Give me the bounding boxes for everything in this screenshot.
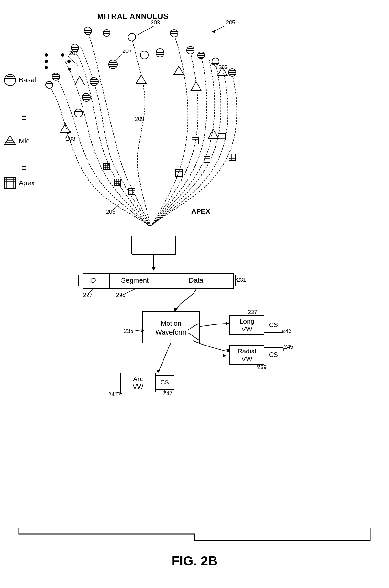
ref-237: 237 <box>248 309 257 315</box>
svg-rect-109 <box>229 154 235 160</box>
svg-marker-10 <box>4 136 16 144</box>
ref-241: 241 <box>108 391 118 398</box>
table-id-header: ID <box>89 276 96 284</box>
basal-label: Basal <box>19 76 36 84</box>
svg-rect-99 <box>204 156 210 163</box>
svg-rect-114 <box>104 163 110 170</box>
ref-203-left: 203 <box>66 136 75 142</box>
fig-label: FIG. 2B <box>171 553 217 568</box>
motion-waveform-label-line1: Motion <box>161 319 181 327</box>
ref-231: 231 <box>237 277 246 283</box>
svg-marker-195 <box>223 354 226 357</box>
svg-marker-88 <box>191 82 201 90</box>
ref-245: 245 <box>284 344 293 350</box>
ref-229: 229 <box>116 292 125 298</box>
ref-205-bottom: 205 <box>106 209 115 215</box>
table-data-header: Data <box>189 276 204 284</box>
ref-239: 239 <box>257 364 267 370</box>
svg-marker-180 <box>174 308 178 312</box>
ref-209: 209 <box>135 116 144 122</box>
svg-point-129 <box>45 53 48 57</box>
svg-rect-181 <box>143 312 199 343</box>
svg-marker-83 <box>75 76 85 85</box>
svg-marker-87 <box>174 66 184 75</box>
ref-235: 235 <box>124 328 133 334</box>
long-vw-cs-label: CS <box>269 321 278 328</box>
radial-vw-label-line1: Radial <box>237 347 256 355</box>
svg-point-134 <box>68 68 71 71</box>
mid-label: Mid <box>19 137 30 145</box>
svg-line-182 <box>132 330 143 331</box>
svg-marker-2 <box>212 30 215 33</box>
radial-vw-cs-label: CS <box>269 351 278 358</box>
svg-marker-186 <box>156 370 161 373</box>
apex-label: Apex <box>19 179 35 187</box>
svg-point-133 <box>67 60 71 63</box>
svg-rect-124 <box>129 188 135 195</box>
svg-rect-174 <box>83 273 234 288</box>
svg-point-131 <box>45 66 48 69</box>
ref-207-left: 207 <box>69 50 78 56</box>
svg-marker-11 <box>4 136 16 144</box>
main-container: MITRAL ANNULUS 203 205 Basal <box>0 0 389 588</box>
svg-line-166 <box>115 54 122 61</box>
svg-line-0 <box>138 26 154 35</box>
ref-203-right: 203 <box>218 64 228 70</box>
arc-vw-cs-label: CS <box>160 379 169 386</box>
svg-marker-173 <box>152 267 156 271</box>
long-vw-label-line2: VW <box>242 325 252 333</box>
svg-point-132 <box>61 53 64 57</box>
ref-207-center: 207 <box>122 48 132 54</box>
radial-vw-label-line2: VW <box>242 355 252 362</box>
ref-203-top: 203 <box>151 19 160 26</box>
long-vw-label-line1: Long <box>240 318 254 325</box>
mitral-annulus-label: MITRAL ANNULUS <box>97 12 168 20</box>
table-segment-header: Segment <box>121 276 149 284</box>
arc-vw-label-line1: Arc <box>133 375 143 382</box>
svg-marker-86 <box>136 75 146 84</box>
ref-205-top: 205 <box>226 19 235 26</box>
apex-text-label: APEX <box>191 207 210 215</box>
svg-point-130 <box>45 60 48 63</box>
arc-vw-label-line2: VW <box>133 383 143 390</box>
motion-waveform-label-line2: Waveform <box>155 328 186 336</box>
ref-243: 243 <box>282 328 292 334</box>
svg-marker-84 <box>208 129 218 138</box>
svg-rect-104 <box>219 134 225 140</box>
svg-marker-184 <box>226 322 229 325</box>
